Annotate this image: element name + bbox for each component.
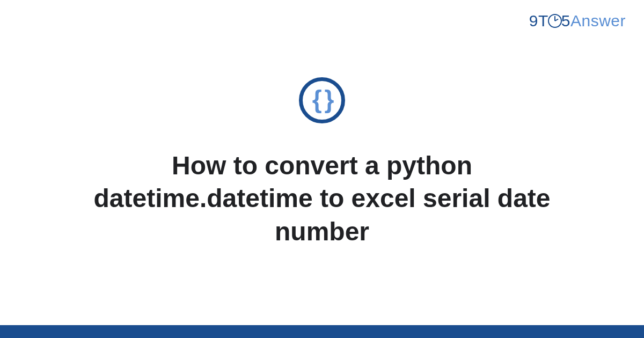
footer-bar (0, 325, 644, 338)
code-braces-icon: { } (299, 77, 345, 123)
main-content: { } How to convert a python datetime.dat… (0, 0, 644, 325)
code-braces-glyph: { } (312, 87, 332, 112)
page-title: How to convert a python datetime.datetim… (75, 149, 569, 248)
